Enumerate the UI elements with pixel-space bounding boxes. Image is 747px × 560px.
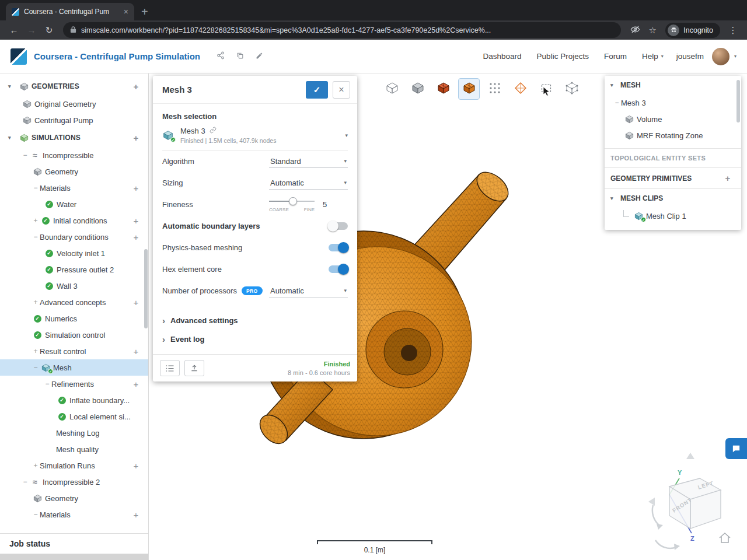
nav-item-help[interactable]: Help▾ [642,52,664,61]
add-icon[interactable]: + [131,216,141,226]
expand-icon[interactable]: + [32,461,40,470]
nav-item-public-projects[interactable]: Public Projects [537,52,589,61]
tree-item-materials[interactable]: −Materials+ [0,506,148,523]
section-event-log[interactable]: ›Event log [162,330,348,348]
nav-item-forum[interactable]: Forum [604,52,627,61]
browser-tab[interactable]: Coursera - Centrifugal Pum × [6,3,134,20]
view-geometry-wireframe-button[interactable] [381,78,403,100]
add-icon[interactable]: + [131,183,141,193]
toggle-automatic-boundary-layers[interactable] [329,222,348,230]
collapse-icon[interactable]: − [21,478,29,486]
tree-item-advanced-concepts[interactable]: +Advanced concepts+ [0,294,148,310]
scene-item-volume[interactable]: Volume [605,111,741,127]
mesh-selector[interactable]: ✓ Mesh 3 Finished | 1.5M cells, 407.9k n… [162,127,348,150]
tree-item-pressure-outlet-2[interactable]: ✓Pressure outlet 2 [0,261,148,278]
tree-item-simulation-control[interactable]: ✓Simulation control [0,327,148,343]
select-algorithm[interactable]: Standard▾ [269,155,348,168]
tree-item-materials[interactable]: −Materials+ [0,180,148,196]
view-mesh-surface-button[interactable] [458,78,480,100]
rotate-up-arrow-icon[interactable] [686,453,694,459]
scene-panel-scrollbar[interactable] [736,80,740,123]
add-icon[interactable]: + [131,232,141,242]
scene-item-mesh-clip-1[interactable]: ✓Mesh Clip 1 [605,208,741,224]
rotate-left-arrow-icon[interactable] [648,498,655,506]
collapse-icon[interactable]: − [32,510,40,519]
scene-group-geometry-primitives[interactable]: GEOMETRY PRIMITIVES+ [605,168,741,189]
add-icon[interactable]: + [131,461,141,471]
select-number-of-processors[interactable]: Automatic▾ [269,285,348,298]
tree-item-refinements[interactable]: −Refinements+ [0,376,148,392]
bookmark-star-icon[interactable]: ☆ [644,25,661,36]
view-mesh-wireframe-button[interactable] [509,78,531,100]
tree-item-local-element-si[interactable]: ✓Local element si... [0,408,148,425]
view-mesh-nodes-button[interactable] [484,78,505,100]
section-advanced-settings[interactable]: ›Advanced settings [162,311,348,330]
tree-item-centrifugal-pump[interactable]: Centrifugal Pump [0,112,148,128]
reload-button[interactable]: ↻ [41,25,57,36]
tree-item-wall-3[interactable]: ✓Wall 3 [0,278,148,294]
new-tab-button[interactable]: + [141,6,148,18]
event-log-list-button[interactable] [160,360,180,376]
sidebar-scrollbar[interactable] [144,249,148,328]
scene-item-mrf-rotating-zone[interactable]: MRF Rotating Zone [605,127,741,144]
slider-knob[interactable] [289,197,297,205]
eye-off-icon[interactable] [627,24,643,36]
apply-button[interactable]: ✓ [306,81,328,99]
add-icon[interactable]: + [131,298,141,307]
tree-item-boundary-conditions[interactable]: −Boundary conditions+ [0,229,148,245]
username[interactable]: jousefm [676,52,704,61]
collapse-icon[interactable]: − [32,363,40,372]
chevron-down-icon[interactable]: ▾ [8,135,16,141]
tree-item-original-geometry[interactable]: Original Geometry [0,96,148,112]
collapse-icon[interactable]: − [21,151,29,159]
collapse-icon[interactable]: − [32,184,40,192]
expand-icon[interactable]: + [32,347,40,355]
scene-item-mesh-3[interactable]: −Mesh 3 [605,94,741,111]
roll-arrow-icon[interactable] [652,505,659,525]
simscale-logo[interactable] [11,48,27,65]
chevron-down-icon[interactable]: ▾ [610,195,619,201]
tree-item-mesh[interactable]: −✓Mesh [0,359,148,376]
view-mesh-points-button[interactable] [561,78,582,100]
slider-fineness[interactable] [269,197,315,205]
user-menu-chevron-icon[interactable]: ▾ [734,54,736,59]
tree-item-inflate-boundary[interactable]: ✓Inflate boundary... [0,392,148,408]
tree-section-geometries[interactable]: ▾GEOMETRIES+ [0,77,148,96]
view-mesh-volume-button[interactable] [432,78,454,100]
toggle-physics-based-meshing[interactable] [329,244,348,251]
add-icon[interactable]: + [722,173,733,183]
roll-arrow-head-icon[interactable] [657,524,663,530]
tree-item-incompressible-2[interactable]: −≈Incompressible 2 [0,474,148,490]
close-panel-button[interactable]: × [333,81,350,99]
expand-icon[interactable]: + [32,298,40,306]
collapse-icon[interactable]: − [613,99,621,107]
tree-section-simulations[interactable]: ▾SIMULATIONS+ [0,128,148,147]
tree-item-mesh-quality[interactable]: Mesh quality [0,441,148,457]
scene-group-topological-entity-sets[interactable]: TOPOLOGICAL ENTITY SETS [605,148,741,168]
url-bar[interactable]: simscale.com/workbench/?pid=118742282682… [63,22,621,38]
add-icon[interactable]: + [131,346,141,356]
toggle-hex-element-core[interactable] [329,265,348,273]
tree-item-result-control[interactable]: +Result control+ [0,343,148,359]
add-icon[interactable]: + [131,82,141,92]
user-avatar[interactable] [712,48,729,65]
home-view-icon[interactable] [720,533,730,542]
add-icon[interactable]: + [131,379,141,389]
add-icon[interactable]: + [131,133,141,143]
chevron-down-icon[interactable]: ▾ [345,132,348,138]
copy-icon[interactable] [236,51,244,62]
tree-item-geometry[interactable]: Geometry [0,163,148,180]
orientation-cube[interactable]: Y Z FRONT LEFT [633,452,735,555]
job-status-bar[interactable]: Job status [0,533,148,554]
link-icon[interactable] [210,127,217,135]
add-icon[interactable]: + [131,510,141,520]
tree-item-numerics[interactable]: ✓Numerics [0,310,148,327]
chevron-down-icon[interactable]: ▾ [8,83,16,89]
tree-item-incompressible[interactable]: −≈Incompressible [0,147,148,163]
scene-group-mesh-clips[interactable]: ▾MESH CLIPS [605,189,741,208]
collapse-icon[interactable]: − [32,233,40,241]
tree-item-geometry[interactable]: Geometry [0,490,148,506]
select-sizing[interactable]: Automatic▾ [269,177,348,190]
collapse-icon[interactable]: − [43,380,51,388]
spin-arrow-icon[interactable] [655,540,676,548]
